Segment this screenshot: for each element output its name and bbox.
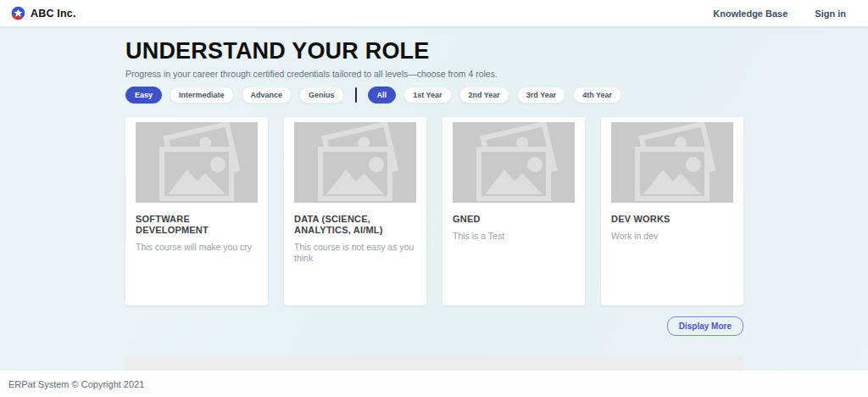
knowledge-base-link[interactable]: Knowledge Base (713, 8, 787, 19)
card-grid-actions: Display More (125, 316, 743, 336)
navbar-links: Knowledge Base Sign in (713, 8, 846, 19)
main-content: UNDERSTAND YOUR ROLE Progress in your ca… (0, 26, 868, 371)
course-thumbnail (136, 122, 258, 203)
course-card-gned[interactable]: GNED This is a Test (442, 117, 585, 305)
course-title: DATA (SCIENCE, ANALYTICS, AI/ML) (294, 214, 416, 236)
filter-2nd-year[interactable]: 2nd Year (459, 87, 509, 103)
image-placeholder-icon (620, 122, 724, 203)
course-card-grid: SOFTWARE DEVELOPMENT This course will ma… (125, 117, 743, 305)
top-navbar: ABC Inc. Knowledge Base Sign in (0, 0, 868, 26)
image-placeholder-icon (462, 122, 565, 203)
filter-easy[interactable]: Easy (125, 87, 162, 103)
filter-all-years[interactable]: All (368, 87, 397, 103)
course-thumbnail (453, 122, 575, 203)
course-title: SOFTWARE DEVELOPMENT (136, 214, 258, 236)
course-description: This is a Test (453, 231, 575, 242)
page-subtitle: Progress in your career through certifie… (125, 69, 743, 80)
course-description: Work in dev (611, 231, 733, 242)
filter-3rd-year[interactable]: 3rd Year (517, 87, 565, 103)
filter-4th-year[interactable]: 4th Year (573, 87, 621, 103)
filter-intermediate[interactable]: Intermediate (170, 87, 234, 103)
course-description: This course is not easy as you think (294, 242, 416, 264)
image-placeholder-icon (303, 122, 407, 203)
image-placeholder-icon (145, 122, 248, 203)
course-title: DEV WORKS (611, 214, 733, 225)
course-title: GNED (453, 214, 575, 225)
brand[interactable]: ABC Inc. (11, 6, 76, 20)
brand-name: ABC Inc. (31, 8, 76, 20)
filter-advance[interactable]: Advance (242, 87, 292, 103)
filter-1st-year[interactable]: 1st Year (403, 87, 451, 103)
course-card-dev-works[interactable]: DEV WORKS Work in dev (601, 117, 743, 305)
filter-group-divider (355, 87, 357, 103)
sign-in-link[interactable]: Sign in (815, 8, 846, 19)
course-thumbnail (294, 122, 416, 203)
filter-bar: Easy Intermediate Advance Genius All 1st… (125, 87, 743, 103)
page-title: UNDERSTAND YOUR ROLE (125, 26, 743, 64)
brand-logo-icon (11, 6, 25, 20)
course-card-data-science[interactable]: DATA (SCIENCE, ANALYTICS, AI/ML) This co… (284, 117, 426, 305)
filter-genius[interactable]: Genius (299, 87, 344, 103)
course-description: This course will make you cry (136, 242, 258, 253)
course-thumbnail (611, 122, 733, 203)
display-more-button[interactable]: Display More (667, 316, 743, 336)
page-footer: ERPat System © Copyright 2021 (0, 371, 868, 397)
copyright-text: ERPat System © Copyright 2021 (8, 379, 144, 389)
course-card-software-development[interactable]: SOFTWARE DEVELOPMENT This course will ma… (125, 117, 268, 305)
